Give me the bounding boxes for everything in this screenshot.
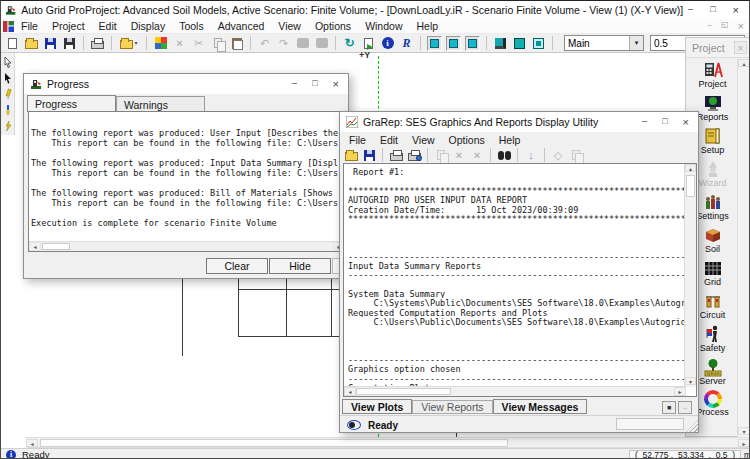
grarep-menu-file[interactable]: File [342, 134, 373, 146]
open-button[interactable] [23, 35, 40, 52]
tab-scroll-stop-button[interactable] [662, 401, 676, 414]
menu-item-view[interactable]: View [271, 20, 308, 32]
scroll-left-arrow[interactable] [26, 439, 38, 447]
save-project-button[interactable] [61, 35, 78, 52]
combobox-dropdown-arrow[interactable] [629, 36, 643, 50]
new-page-icon [8, 38, 17, 49]
info-button[interactable] [379, 35, 396, 52]
tab-view-plots[interactable]: View Plots [342, 399, 412, 414]
canvas-hscrollbar[interactable] [26, 437, 750, 448]
grarep-minimize-button[interactable] [642, 117, 647, 128]
scroll-down-arrow[interactable] [738, 427, 750, 435]
grarep-find-button[interactable] [496, 148, 512, 163]
open-scenario-button[interactable] [117, 35, 141, 52]
save-all-icon [64, 38, 75, 49]
grarep-maximize-button[interactable] [662, 117, 667, 128]
pencil-tool-button[interactable] [1, 86, 14, 101]
save-button[interactable] [42, 35, 59, 52]
tab-scroll-next-button[interactable] [678, 401, 692, 414]
grarep-print-button[interactable] [388, 148, 404, 163]
sidebar-scrollbar[interactable] [737, 59, 750, 437]
select-tool-button[interactable] [1, 70, 14, 85]
grarep-menu-edit[interactable]: Edit [373, 134, 405, 146]
grarep-open-button[interactable] [343, 148, 359, 163]
scenario-combobox[interactable]: Main [564, 35, 644, 51]
outline-view-button[interactable] [530, 35, 547, 52]
export-view-button[interactable] [360, 35, 377, 52]
rotate-view-button[interactable] [341, 35, 358, 52]
scroll-thumb[interactable] [686, 175, 695, 197]
scroll-right-arrow[interactable] [738, 439, 750, 447]
results-button[interactable] [398, 35, 415, 52]
grarep-tab-strip: View Plots View Reports View Messages [342, 399, 587, 415]
scroll-right-arrow[interactable] [674, 387, 686, 396]
scroll-left-arrow[interactable] [29, 242, 41, 251]
grarep-delete-all-button [469, 148, 485, 163]
view-toggle-3-button[interactable] [464, 35, 481, 52]
circuit-icon [703, 291, 723, 311]
tab-warnings[interactable]: Warnings [116, 96, 205, 112]
new-button[interactable] [4, 35, 21, 52]
tab-view-reports[interactable]: View Reports [412, 400, 492, 414]
scenario-colors-button[interactable] [152, 35, 169, 52]
progress-minimize-button[interactable] [292, 79, 297, 90]
copy-icon [437, 150, 445, 160]
tab-view-messages[interactable]: View Messages [493, 399, 588, 414]
maximize-button[interactable] [710, 5, 715, 16]
grarep-report-text[interactable]: Report #1:******************************… [344, 164, 685, 387]
info-icon [382, 37, 394, 49]
menu-item-edit[interactable]: Edit [92, 20, 124, 32]
sidebar-item-project[interactable]: Project [686, 59, 739, 92]
progress-title-bar: Progress [24, 74, 348, 94]
pointer-tool-button[interactable] [1, 54, 14, 69]
hide-button[interactable]: Hide [269, 258, 331, 274]
scroll-left-arrow[interactable] [344, 387, 356, 396]
progress-close-button[interactable] [333, 79, 339, 90]
progress-log-area[interactable]: The following report was produced: User … [28, 111, 346, 252]
scroll-up-arrow[interactable] [738, 59, 750, 67]
mdi-minimize-button[interactable] [708, 21, 712, 32]
menu-item-advanced[interactable]: Advanced [211, 20, 272, 32]
view-3d-button[interactable] [492, 35, 509, 52]
scroll-down-arrow[interactable] [685, 377, 696, 385]
grarep-hscrollbar[interactable] [344, 386, 686, 396]
solid-view-button[interactable] [511, 35, 528, 52]
scroll-thumb[interactable] [42, 243, 70, 250]
project-icon [703, 60, 723, 80]
menu-item-tools[interactable]: Tools [172, 20, 211, 32]
minimize-button[interactable] [688, 5, 693, 16]
menu-item-display[interactable]: Display [124, 20, 172, 32]
grarep-save-button[interactable] [361, 148, 377, 163]
scroll-thumb[interactable] [356, 388, 451, 395]
menu-item-project[interactable]: Project [45, 20, 92, 32]
view-toggle-1-button[interactable] [426, 35, 443, 52]
menu-item-help[interactable]: Help [409, 20, 445, 32]
scroll-up-arrow[interactable] [685, 164, 696, 172]
brush-tool-button[interactable] [1, 102, 14, 117]
zap-tool-button[interactable] [1, 118, 14, 133]
mdi-restore-button[interactable] [721, 21, 729, 32]
grarep-toolbar [340, 147, 698, 163]
clear-button[interactable]: Clear [206, 258, 268, 274]
view-toggle-2-button[interactable] [445, 35, 462, 52]
sidebar-close-button[interactable] [734, 41, 747, 54]
grarep-menu-help[interactable]: Help [492, 134, 528, 146]
close-button[interactable] [733, 5, 739, 16]
print-button[interactable] [89, 35, 106, 52]
grarep-print-preview-button[interactable] [406, 148, 422, 163]
menu-item-options[interactable]: Options [308, 20, 358, 32]
mdi-close-button[interactable] [738, 21, 744, 32]
scroll-thumb[interactable] [40, 439, 508, 447]
menu-item-window[interactable]: Window [358, 20, 409, 32]
grarep-close-button[interactable] [683, 117, 689, 128]
progress-hscrollbar[interactable] [29, 241, 345, 251]
progress-maximize-button[interactable] [312, 79, 317, 90]
redo-icon [279, 38, 288, 49]
grarep-menu-view[interactable]: View [405, 134, 442, 146]
grarep-menu-options[interactable]: Options [442, 134, 492, 146]
tab-progress[interactable]: Progress [27, 95, 116, 112]
menu-item-file[interactable]: File [14, 20, 45, 32]
paste-button[interactable] [228, 35, 245, 52]
setup-icon [703, 126, 723, 146]
grarep-vscrollbar[interactable] [684, 164, 696, 387]
